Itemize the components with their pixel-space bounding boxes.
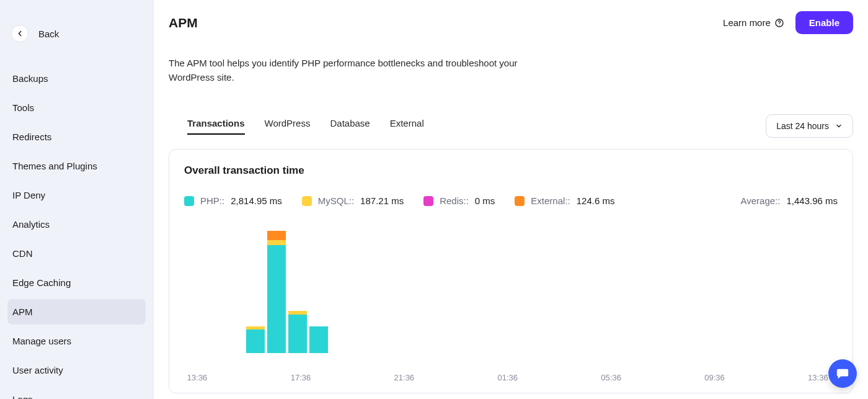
bar-segment-php [267,245,286,353]
bar-segment-php [246,330,265,353]
bar-segment-mysql [267,240,286,244]
chart-bars [184,230,838,353]
sidebar: Back BackupsToolsRedirectsThemes and Plu… [0,0,154,399]
x-tick: 17:36 [291,373,311,382]
bar-segment-php [288,315,307,353]
svg-point-1 [779,24,779,25]
bar-stack [288,311,307,353]
chat-icon [836,367,849,380]
sidebar-item-backups[interactable]: Backups [7,66,146,91]
sidebar-item-redirects[interactable]: Redirects [7,124,146,150]
bar-stack [246,326,265,353]
swatch-external [515,196,525,206]
tab-external[interactable]: External [390,118,424,135]
page-title: APM [169,16,198,30]
sidebar-item-ip-deny[interactable]: IP Deny [7,182,146,208]
bar-segment-external [267,231,286,240]
chevron-down-icon [835,122,843,130]
swatch-mysql [302,196,312,206]
chart-x-axis: 13:3617:3621:3601:3605:3609:3613:36 [184,373,838,385]
legend-avg-value: 1,443.96 ms [786,195,838,206]
tab-transactions[interactable]: Transactions [187,118,245,135]
legend-php-label: PHP:: [200,195,224,206]
header-row: APM Learn more Enable [169,11,853,34]
tab-database[interactable]: Database [330,118,370,135]
legend-row: PHP:: 2,814.95 ms MySQL:: 187.21 ms Redi… [184,195,838,206]
swatch-php [184,196,194,206]
sidebar-item-manage-users[interactable]: Manage users [7,328,146,354]
legend-redis-value: 0 ms [475,195,495,206]
sidebar-item-cdn[interactable]: CDN [7,241,146,266]
back-label: Back [38,29,59,39]
sidebar-nav: BackupsToolsRedirectsThemes and PluginsI… [0,66,153,399]
legend-mysql-value: 187.21 ms [360,195,404,206]
legend-external-label: External:: [531,195,570,206]
legend-external: External:: 124.6 ms [515,195,614,206]
arrow-left-icon [16,29,24,38]
bar-stack [309,326,328,353]
sidebar-item-apm[interactable]: APM [7,299,146,325]
legend-external-value: 124.6 ms [577,195,615,206]
legend-redis: Redis:: 0 ms [423,195,495,206]
legend-php: PHP:: 2,814.95 ms [184,195,282,206]
x-tick: 01:36 [497,373,518,382]
card-title: Overall transaction time [184,164,838,177]
sidebar-item-logs[interactable]: Logs [7,387,146,399]
x-tick: 13:36 [808,373,828,382]
bar-segment-php [309,326,328,353]
learn-more-label: Learn more [723,17,771,28]
x-tick: 13:36 [187,373,208,382]
main-content: APM Learn more Enable The APM tool helps… [154,0,868,399]
page-description: The APM tool helps you identify PHP perf… [169,56,528,84]
legend-avg-label: Average:: [741,195,781,206]
learn-more-link[interactable]: Learn more [723,17,784,28]
sidebar-item-tools[interactable]: Tools [7,95,146,120]
x-tick: 09:36 [704,373,725,382]
x-tick: 05:36 [601,373,621,382]
legend-mysql-label: MySQL:: [318,195,354,206]
enable-button[interactable]: Enable [795,11,853,34]
time-range-select[interactable]: Last 24 hours [766,114,853,138]
legend-average: Average:: 1,443.96 ms [741,195,838,206]
x-tick: 21:36 [394,373,415,382]
time-range-label: Last 24 hours [776,121,829,131]
bar-stack [267,231,286,353]
header-actions: Learn more Enable [723,11,853,34]
swatch-redis [423,196,433,206]
legend-mysql: MySQL:: 187.21 ms [302,195,404,206]
tab-row: TransactionsWordPressDatabaseExternal La… [169,114,853,138]
sidebar-item-themes-and-plugins[interactable]: Themes and Plugins [7,153,146,179]
chart-area [184,230,838,353]
transaction-time-card: Overall transaction time PHP:: 2,814.95 … [169,149,853,393]
tabs: TransactionsWordPressDatabaseExternal [187,118,424,135]
chat-widget[interactable] [828,359,857,388]
back-button[interactable] [11,25,29,42]
tab-wordpress[interactable]: WordPress [265,118,311,135]
sidebar-item-analytics[interactable]: Analytics [7,212,146,237]
sidebar-item-user-activity[interactable]: User activity [7,357,146,383]
help-circle-icon [774,18,784,28]
legend-redis-label: Redis:: [440,195,469,206]
legend-php-value: 2,814.95 ms [231,195,282,206]
sidebar-item-edge-caching[interactable]: Edge Caching [7,270,146,295]
back-row: Back [0,25,153,55]
